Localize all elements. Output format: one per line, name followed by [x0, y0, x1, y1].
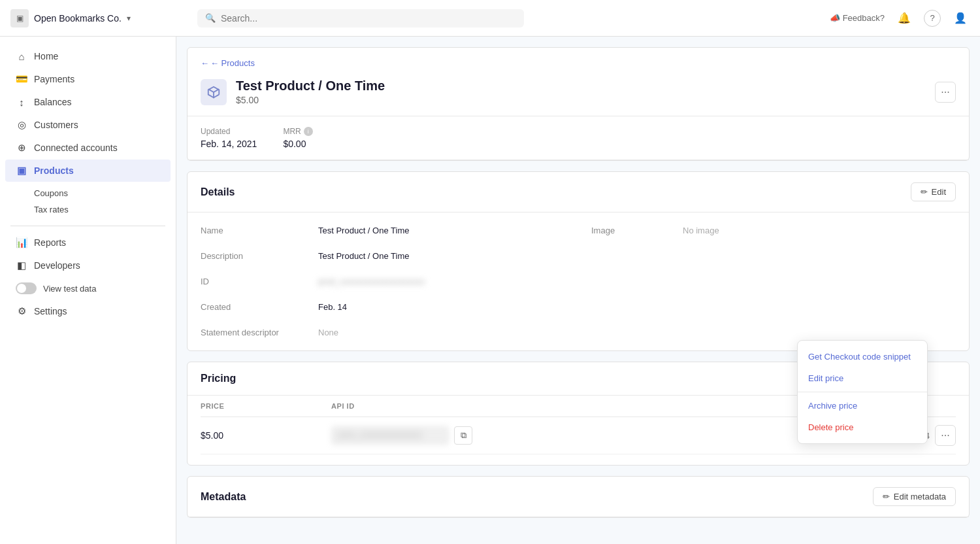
- details-section: Details ✏ Edit Name Test Product / One T…: [187, 171, 970, 351]
- mrr-meta: MRR i $0.00: [283, 127, 312, 149]
- image-value: No image: [683, 223, 956, 238]
- name-label: Name: [201, 223, 318, 238]
- details-title: Details: [201, 186, 235, 198]
- id-value: prod_xxxxxxxxxxxxxxxxxxxx: [318, 274, 591, 289]
- description-value: Test Product / One Time: [318, 248, 591, 264]
- created-label: Created: [201, 299, 318, 314]
- user-menu-button[interactable]: 👤: [951, 9, 970, 27]
- edit-icon: ✏: [921, 187, 928, 197]
- row-more-container: ···: [930, 425, 956, 446]
- description-label: Description: [201, 248, 318, 264]
- sidebar: ⌂ Home 💳 Payments ↕ Balances ◎ Customers…: [0, 37, 176, 544]
- details-grid: Name Test Product / One Time Image No im…: [188, 212, 969, 350]
- product-header: Test Product / One Time $5.00 ···: [188, 73, 969, 116]
- sidebar-item-home[interactable]: ⌂ Home: [5, 45, 171, 67]
- id-label: ID: [201, 274, 318, 289]
- mrr-label: MRR i: [283, 127, 312, 136]
- test-data-toggle[interactable]: [16, 282, 37, 294]
- sidebar-sub-item-coupons[interactable]: Coupons: [29, 185, 176, 201]
- toggle-label: View test data: [43, 284, 96, 294]
- updated-meta: Updated Feb. 14, 2021: [201, 127, 257, 149]
- layout: ⌂ Home 💳 Payments ↕ Balances ◎ Customers…: [0, 37, 980, 544]
- product-name: Test Product / One Time: [236, 78, 926, 94]
- app-logo: ▣: [10, 9, 29, 27]
- sidebar-sub-item-tax-rates[interactable]: Tax rates: [29, 201, 176, 218]
- products-icon: ▣: [16, 165, 27, 177]
- sidebar-item-developers[interactable]: ◧ Developers: [5, 254, 171, 277]
- mrr-info-icon[interactable]: i: [304, 127, 313, 136]
- product-icon: [201, 79, 227, 105]
- developers-icon: ◧: [16, 260, 27, 271]
- payments-icon: 💳: [16, 73, 27, 85]
- sidebar-item-balances[interactable]: ↕ Balances: [5, 91, 171, 113]
- statement-descriptor-label: Statement descriptor: [201, 325, 318, 340]
- notifications-button[interactable]: 🔔: [895, 9, 913, 27]
- row-price: $5.00: [201, 430, 331, 441]
- edit-metadata-icon: ✏: [883, 492, 890, 502]
- statement-descriptor-value: None: [318, 325, 591, 340]
- edit-metadata-button[interactable]: ✏ Edit metadata: [873, 487, 956, 506]
- breadcrumb-arrow: ←: [201, 58, 209, 68]
- metadata-title: Metadata: [201, 491, 246, 503]
- settings-icon: ⚙: [16, 305, 27, 317]
- name-value: Test Product / One Time: [318, 223, 591, 238]
- created-value: Feb. 14: [318, 299, 591, 314]
- product-price-display: $5.00: [236, 95, 926, 105]
- search-icon: 🔍: [205, 13, 216, 23]
- copy-icon: ⧉: [461, 430, 466, 441]
- toggle-knob: [17, 284, 26, 293]
- topbar-right: 📣 Feedback? 🔔 ? 👤: [830, 9, 970, 27]
- main-content: ← ← Products Test Product / One Time $5.…: [176, 37, 980, 544]
- feedback-button[interactable]: 📣 Feedback?: [830, 13, 885, 23]
- connected-accounts-icon: ⊕: [16, 142, 27, 154]
- sidebar-item-connected-accounts[interactable]: ⊕ Connected accounts: [5, 137, 171, 159]
- sidebar-item-reports[interactable]: 📊 Reports: [5, 231, 171, 254]
- metadata-section: Metadata ✏ Edit metadata: [187, 476, 970, 518]
- api-id-field: price_xxxxxxxxxxxxxxxx: [331, 426, 449, 445]
- company-chevron-icon[interactable]: ▾: [127, 14, 131, 23]
- mrr-value: $0.00: [283, 139, 312, 149]
- view-test-data-row: View test data: [5, 277, 171, 299]
- product-title: Test Product / One Time $5.00: [236, 78, 926, 105]
- edit-details-button[interactable]: ✏ Edit: [911, 182, 956, 201]
- megaphone-icon: 📣: [830, 13, 840, 23]
- reports-icon: 📊: [16, 237, 27, 248]
- sidebar-item-customers[interactable]: ◎ Customers: [5, 114, 171, 136]
- dropdown-menu: Get Checkout code snippet Edit price Arc…: [797, 340, 928, 444]
- sidebar-sub-products: Coupons Tax rates: [0, 182, 176, 220]
- search-bar[interactable]: 🔍: [197, 9, 524, 27]
- sidebar-item-payments[interactable]: 💳 Payments: [5, 68, 171, 90]
- product-header-card: ← ← Products Test Product / One Time $5.…: [187, 47, 970, 161]
- metadata-header: Metadata ✏ Edit metadata: [188, 477, 969, 517]
- dropdown-archive-price[interactable]: Archive price: [798, 395, 927, 416]
- company-name: Open Bookmarks Co.: [34, 13, 122, 24]
- col-api-header: API ID: [331, 402, 851, 410]
- api-id-container: price_xxxxxxxxxxxxxxxx ⧉: [331, 426, 851, 445]
- product-more-button[interactable]: ···: [935, 82, 956, 103]
- help-button[interactable]: ?: [924, 10, 941, 27]
- updated-label: Updated: [201, 127, 257, 136]
- row-more-button[interactable]: ···: [935, 425, 956, 446]
- breadcrumb[interactable]: ← ← Products: [188, 48, 969, 73]
- sidebar-item-products[interactable]: ▣ Products: [5, 160, 171, 182]
- meta-row: Updated Feb. 14, 2021 MRR i $0.00: [188, 116, 969, 160]
- dropdown-delete-price[interactable]: Delete price: [798, 416, 927, 438]
- image-label: Image: [591, 223, 683, 238]
- topbar-left: ▣ Open Bookmarks Co. ▾: [10, 9, 187, 27]
- home-icon: ⌂: [16, 50, 27, 62]
- details-header: Details ✏ Edit: [188, 172, 969, 212]
- col-price-header: PRICE: [201, 402, 331, 410]
- sidebar-divider: [10, 226, 165, 226]
- dropdown-edit-price[interactable]: Edit price: [798, 367, 927, 389]
- balances-icon: ↕: [16, 96, 27, 108]
- dropdown-divider: [798, 392, 927, 392]
- copy-api-id-button[interactable]: ⧉: [454, 426, 472, 445]
- updated-value: Feb. 14, 2021: [201, 139, 257, 149]
- pricing-title: Pricing: [201, 373, 236, 384]
- dropdown-checkout-snippet[interactable]: Get Checkout code snippet: [798, 346, 927, 367]
- topbar: ▣ Open Bookmarks Co. ▾ 🔍 📣 Feedback? 🔔 ?…: [0, 0, 980, 37]
- sidebar-item-settings[interactable]: ⚙ Settings: [5, 300, 171, 322]
- customers-icon: ◎: [16, 119, 27, 131]
- search-input[interactable]: [221, 13, 516, 24]
